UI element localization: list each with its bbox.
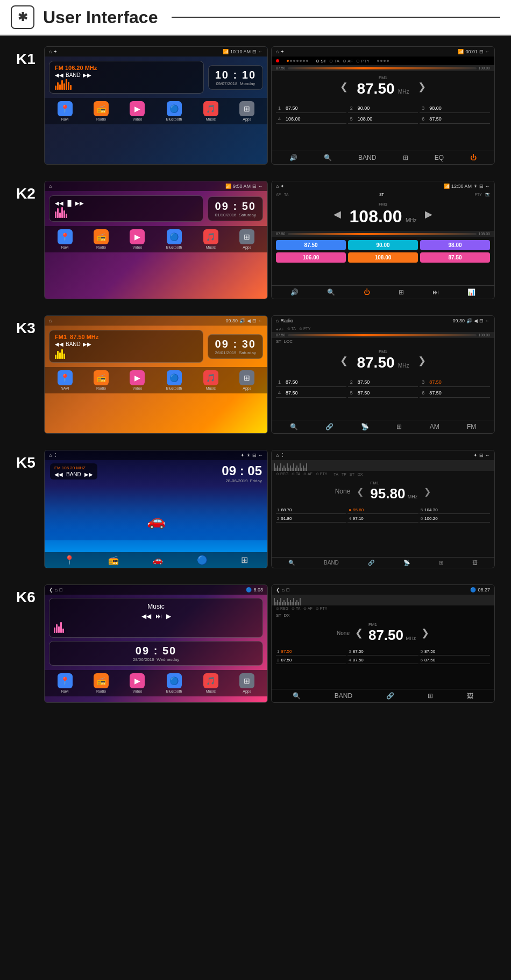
preset-5[interactable]: 5108.00: [348, 115, 418, 124]
k5-grid-btn[interactable]: ⊞: [439, 560, 443, 566]
k5-nav-car[interactable]: 🚗: [152, 555, 163, 565]
nav-navi-k2[interactable]: 📍Navi: [58, 229, 73, 249]
k5-eq-btn[interactable]: 🔗: [368, 560, 374, 566]
nav-radio-k2[interactable]: 📻Radio: [94, 229, 109, 249]
k2-grid-btn[interactable]: ⊞: [399, 288, 404, 296]
k6-freq-next[interactable]: ❯: [421, 627, 429, 639]
k3-fm-btn[interactable]: FM: [467, 423, 476, 431]
k6-preset-5[interactable]: 587.50: [420, 648, 490, 655]
k2-preset-6[interactable]: 87.50: [420, 252, 490, 263]
k2-preset-4[interactable]: 106.00: [276, 252, 346, 263]
nav-video-k6[interactable]: ▶Video: [130, 673, 145, 693]
k5-nav-navi[interactable]: 📍: [64, 555, 75, 565]
k6-preset-6[interactable]: 687.50: [420, 657, 490, 664]
k3-link-btn[interactable]: 🔗: [325, 423, 333, 431]
k5-nav-radio[interactable]: 📻: [108, 555, 119, 565]
k1-freq-prev[interactable]: ❮: [340, 81, 348, 93]
k2-skip-btn[interactable]: ⏭: [432, 288, 439, 296]
nav-music-k3[interactable]: 🎵Music: [203, 370, 218, 390]
k5-freq-next[interactable]: ❯: [424, 487, 431, 497]
k2-search-btn[interactable]: 🔍: [327, 288, 335, 296]
nav-music[interactable]: 🎵 Music: [203, 101, 218, 121]
nav-music-k2[interactable]: 🎵Music: [203, 229, 218, 249]
k2-freq-next[interactable]: ▶: [425, 208, 432, 220]
k6-search-btn[interactable]: 🔍: [293, 692, 301, 700]
nav-bt-k6[interactable]: 🔵Bluetooth: [166, 673, 182, 693]
k3-preset-3[interactable]: 387.50: [420, 378, 490, 387]
nav-radio[interactable]: 📻 Radio: [94, 101, 109, 121]
preset-1[interactable]: 187.50: [276, 104, 346, 113]
k5-preset-5[interactable]: 5104.30: [420, 506, 490, 514]
k5-preset-6[interactable]: 6106.20: [420, 515, 490, 523]
k5-preset-2[interactable]: 291.80: [276, 515, 346, 523]
k2-freq-main: ◀ FM3 108.00 MHz ▶: [272, 198, 494, 231]
k3-search-btn[interactable]: 🔍: [290, 423, 298, 431]
nav-bt-k3[interactable]: 🔵Bluetooth: [166, 370, 182, 390]
k3-preset-5[interactable]: 587.50: [348, 389, 418, 398]
k5-preset-4[interactable]: 497.10: [347, 515, 418, 523]
k6-band-btn[interactable]: BAND: [335, 692, 352, 700]
k2-preset-1[interactable]: 87.50: [276, 240, 346, 250]
k2-eq-btn[interactable]: 📊: [467, 288, 475, 296]
k3-preset-6[interactable]: 687.50: [420, 389, 490, 398]
k2-power-btn[interactable]: ⏻: [364, 288, 370, 296]
k6-preset-2[interactable]: 287.50: [276, 657, 346, 664]
preset-2[interactable]: 290.00: [348, 104, 418, 113]
nav-video-k2[interactable]: ▶Video: [130, 229, 145, 249]
k3-antenna-btn[interactable]: 📡: [361, 423, 369, 431]
k1-grid-btn[interactable]: ⊞: [403, 154, 408, 161]
k3-freq-next[interactable]: ❯: [418, 355, 426, 366]
nav-video[interactable]: ▶ Video: [130, 101, 145, 121]
k6-link-btn[interactable]: 🔗: [386, 692, 394, 700]
k3-am-btn[interactable]: AM: [430, 423, 439, 431]
nav-navi-k6[interactable]: 📍Navi: [58, 673, 73, 693]
k2-preset-3[interactable]: 98.00: [420, 240, 490, 250]
k3-freq-prev[interactable]: ❮: [340, 355, 348, 366]
k5-search-btn[interactable]: 🔍: [288, 560, 295, 566]
preset-3[interactable]: 398.00: [420, 104, 490, 113]
k3-preset-2[interactable]: 287.50: [348, 378, 418, 387]
k1-eq-btn[interactable]: EQ: [435, 154, 444, 161]
k3-preset-4[interactable]: 487.50: [276, 389, 346, 398]
nav-apps[interactable]: ⊞ Apps: [239, 101, 254, 121]
nav-bluetooth[interactable]: 🔵 Bluetooth: [166, 101, 182, 121]
nav-radio-k3[interactable]: 📻Radio: [94, 370, 109, 390]
nav-apps-k3[interactable]: ⊞Apps: [239, 370, 254, 390]
k6-preset-1[interactable]: 187.50: [276, 648, 346, 655]
k6-freq-prev[interactable]: ❮: [355, 627, 363, 639]
nav-apps-k6[interactable]: ⊞Apps: [239, 673, 254, 693]
nav-music-k6[interactable]: 🎵Music: [203, 673, 218, 693]
k5-ant-btn[interactable]: 📡: [403, 560, 410, 566]
k5-radio-status: ⌂⋮ ✦ ⊟ ←: [272, 450, 494, 460]
nav-navi[interactable]: 📍 Navi: [58, 101, 73, 121]
k2-preset-5[interactable]: 108.00: [348, 252, 418, 263]
k5-freq-prev[interactable]: ❮: [357, 487, 364, 497]
k3-grid-btn[interactable]: ⊞: [396, 423, 402, 431]
k2-volume-btn[interactable]: 🔊: [290, 288, 299, 296]
k3-preset-1[interactable]: 187.50: [276, 378, 346, 387]
k1-power-btn[interactable]: ⏻: [470, 154, 477, 161]
k5-preset-1[interactable]: 188.70: [276, 506, 346, 514]
preset-4[interactable]: 4106.00: [276, 115, 346, 124]
k5-band-btn[interactable]: BAND: [324, 560, 339, 566]
k5-nav-bt[interactable]: 🔵: [197, 555, 208, 565]
k1-band-btn[interactable]: BAND: [358, 154, 376, 161]
k6-preset-3[interactable]: 387.50: [347, 648, 418, 655]
k6-grid-btn[interactable]: ⊞: [428, 692, 433, 700]
nav-navi-k3[interactable]: 📍NAVI: [58, 370, 73, 390]
k2-preset-2[interactable]: 90.00: [348, 240, 418, 250]
k5-nav-apps[interactable]: ⊞: [241, 555, 248, 565]
k1-volume-btn[interactable]: 🔊: [289, 154, 297, 161]
k6-img-btn[interactable]: 🖼: [467, 692, 473, 700]
nav-video-k3[interactable]: ▶Video: [130, 370, 145, 390]
k1-search-btn[interactable]: 🔍: [324, 154, 332, 161]
nav-bt-k2[interactable]: 🔵Bluetooth: [166, 229, 182, 249]
k5-img-btn[interactable]: 🖼: [472, 560, 478, 566]
nav-radio-k6[interactable]: 📻Radio: [94, 673, 109, 693]
preset-6[interactable]: 687.50: [420, 115, 490, 124]
k2-freq-prev[interactable]: ◀: [333, 208, 341, 220]
k3-radio-status: ⌂Radio 09:30 🔊 ◀ ⊟ ←: [272, 316, 494, 326]
k1-freq-next[interactable]: ❯: [418, 81, 426, 93]
k6-preset-4[interactable]: 487.50: [347, 657, 418, 664]
nav-apps-k2[interactable]: ⊞Apps: [239, 229, 254, 249]
